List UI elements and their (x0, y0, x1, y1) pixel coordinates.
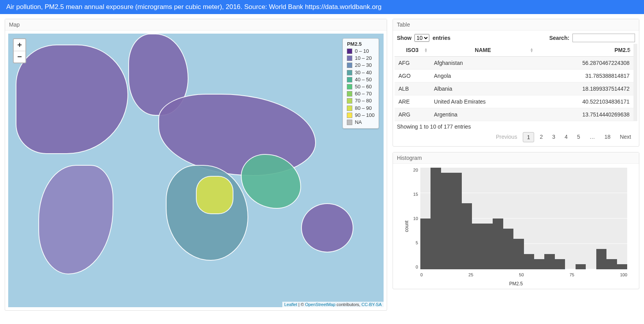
cell-name: United Arab Emirates (430, 95, 536, 108)
table-panel-title: Table (393, 19, 639, 30)
map-canvas[interactable]: + − PM2.5 0 – 1010 – 2020 – 3030 – 4040 … (8, 34, 384, 307)
cell-pm25: 18.1899337514472 (536, 82, 633, 95)
cell-name: Angola (430, 70, 536, 82)
data-table: ISO3 ▲▼ NAME ▲▼ PM2.5 ▲▼ (395, 44, 633, 121)
table-length-control: Show 10 entries (397, 34, 450, 42)
landmass (196, 176, 233, 214)
col-header-iso3[interactable]: ISO3 ▲▼ (395, 44, 430, 57)
legend-row: 50 – 60 (347, 83, 375, 90)
zoom-control: + − (13, 38, 26, 63)
histogram-bar (431, 168, 441, 269)
zoom-out-button[interactable]: − (14, 51, 25, 63)
page-title: Air pollution, PM2.5 mean annual exposur… (0, 0, 644, 14)
cell-pm25: 13.7514440269638 (536, 108, 633, 121)
legend-row: 20 – 30 (347, 62, 375, 69)
map-panel: Map + − PM2.5 0 – 1010 – 2020 – 3030 – 4… (5, 19, 387, 311)
legend-label: 80 – 90 (355, 105, 371, 112)
pager-page[interactable]: 1 (523, 132, 535, 142)
histogram-bar (483, 224, 493, 269)
page-length-select[interactable]: 10 (414, 34, 429, 42)
legend-title: PM2.5 (347, 41, 375, 47)
table-pager: Previous 12345…18Next (393, 131, 639, 146)
cell-iso3: AFG (395, 57, 430, 70)
pager-page[interactable]: … (586, 132, 599, 142)
histogram-bar (544, 254, 554, 269)
histogram-plot: 20151050 0255075100 count PM2.5 (393, 164, 639, 289)
pager-page[interactable]: 3 (548, 132, 559, 142)
pager-page[interactable]: 2 (536, 132, 547, 142)
x-axis-label: PM2.5 (509, 281, 523, 286)
cell-pm25: 31.785388814817 (536, 70, 633, 82)
histogram-bar (462, 203, 472, 269)
legend-swatch (347, 70, 352, 75)
legend-swatch (347, 91, 352, 97)
table-scroll[interactable]: ISO3 ▲▼ NAME ▲▼ PM2.5 ▲▼ (395, 44, 637, 121)
search-input[interactable] (572, 34, 635, 42)
histogram-bar (513, 239, 524, 269)
landmass (301, 203, 353, 252)
col-header-name[interactable]: NAME ▲▼ (430, 44, 536, 57)
pager-page[interactable]: 18 (601, 132, 615, 142)
cell-name: Argentina (430, 108, 536, 121)
legend-label: NA (355, 119, 362, 126)
cell-name: Afghanistan (430, 57, 536, 70)
map-panel-title: Map (5, 19, 387, 30)
cell-iso3: ARE (395, 95, 430, 108)
legend-label: 70 – 80 (355, 97, 371, 104)
legend-row: 10 – 20 (347, 55, 375, 62)
histogram-bar (451, 173, 461, 269)
legend-swatch (347, 98, 352, 104)
legend-row: 90 – 100 (347, 112, 375, 119)
osm-link[interactable]: OpenStreetMap (305, 302, 335, 307)
legend-swatch (347, 120, 352, 125)
legend-label: 40 – 50 (355, 76, 371, 83)
col-header-pm25[interactable]: PM2.5 ▲▼ (536, 44, 633, 57)
plot-area (420, 168, 627, 269)
landmass (16, 45, 128, 154)
legend-swatch (347, 77, 352, 82)
sort-icon: ▲▼ (424, 48, 428, 52)
table-row[interactable]: ARGArgentina13.7514440269638 (395, 108, 633, 121)
workspace: Map + − PM2.5 0 – 1010 – 2020 – 3030 – 4… (0, 14, 644, 315)
pager-previous[interactable]: Previous (492, 132, 521, 142)
table-row[interactable]: ALBAlbania18.1899337514472 (395, 82, 633, 95)
histogram-panel-title: Histogram (393, 152, 639, 164)
zoom-in-button[interactable]: + (14, 39, 25, 51)
table-row[interactable]: AREUnited Arab Emirates40.5221034836171 (395, 95, 633, 108)
histogram-bar (503, 229, 513, 269)
sort-icon: ▲▼ (628, 48, 631, 52)
table-info: Showing 1 to 10 of 177 entries (393, 121, 639, 131)
y-axis-label: count (404, 220, 409, 232)
table-row[interactable]: AFGAfghanistan56.2870467224308 (395, 57, 633, 70)
histogram-bar (576, 264, 586, 269)
cell-iso3: ALB (395, 82, 430, 95)
cell-iso3: ARG (395, 108, 430, 121)
leaflet-link[interactable]: Leaflet (284, 302, 297, 307)
histogram-bar (617, 264, 627, 269)
legend-row: 30 – 40 (347, 69, 375, 76)
table-search-control: Search: (549, 34, 635, 42)
legend-row: 80 – 90 (347, 105, 375, 112)
histogram-panel: Histogram 20151050 0255075100 count PM2.… (393, 152, 639, 289)
cell-iso3: AGO (395, 70, 430, 82)
pager-page[interactable]: 5 (573, 132, 584, 142)
cell-pm25: 56.2870467224308 (536, 57, 633, 70)
legend-swatch (347, 55, 352, 61)
histogram-bar (472, 224, 482, 269)
y-ticks: 20151050 (409, 168, 418, 269)
pager-page[interactable]: 4 (561, 132, 572, 142)
legend-label: 10 – 20 (355, 55, 371, 62)
sort-icon: ▲▼ (530, 48, 533, 52)
legend-swatch (347, 84, 352, 90)
table-panel: Table Show 10 entries Search: (393, 19, 639, 147)
histogram-bar (596, 249, 606, 269)
table-row[interactable]: AGOAngola31.785388814817 (395, 70, 633, 82)
histogram-bar (493, 218, 503, 269)
cell-name: Albania (430, 82, 536, 95)
histogram-bar (555, 259, 565, 269)
license-link[interactable]: CC-BY-SA (361, 302, 382, 307)
legend-label: 30 – 40 (355, 69, 371, 76)
pager-next[interactable]: Next (616, 132, 635, 142)
legend-row: 70 – 80 (347, 97, 375, 104)
legend-swatch (347, 48, 352, 54)
